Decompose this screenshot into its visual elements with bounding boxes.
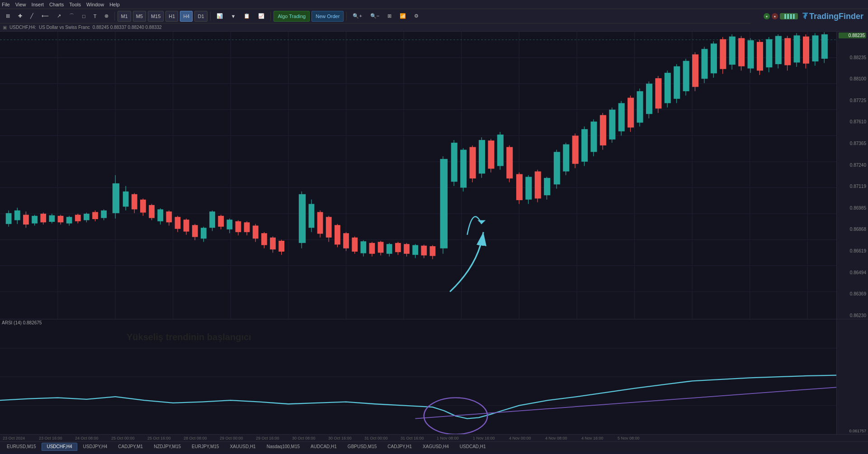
menu-item-file[interactable]: File	[2, 2, 10, 7]
tab-audcad-h1[interactable]: AUDCAD,H1	[306, 443, 342, 451]
svg-rect-183	[720, 39, 726, 69]
tab-gbpusd-m15[interactable]: GBPUSD,M15	[343, 443, 382, 451]
svg-rect-137	[506, 147, 513, 178]
timeframe-m15[interactable]: M15	[148, 11, 164, 22]
time-label-11: 31 Oct 16:00	[401, 436, 437, 440]
svg-rect-93	[309, 204, 315, 228]
price-level-8: 0.86868	[839, 227, 866, 232]
zoom-out-button[interactable]: 🔍−	[367, 11, 382, 22]
time-label-1: 23 Oct 16:00	[39, 436, 75, 440]
timeframe-m1[interactable]: M1	[118, 11, 131, 22]
menu-item-charts[interactable]: Charts	[49, 2, 64, 7]
svg-rect-171	[665, 73, 671, 103]
chart-description: US Dollar vs Swiss Franc	[39, 25, 90, 30]
line-button[interactable]: ⟵	[38, 11, 52, 22]
menu-bar: File View Insert Charts Tools Window Hel…	[0, 0, 868, 9]
fibonacci-button[interactable]: ⊗	[101, 11, 112, 22]
svg-rect-177	[692, 54, 698, 87]
arrow-button[interactable]: ↗	[54, 11, 64, 22]
tab-usdcad-h1[interactable]: USDCAD,H1	[455, 443, 491, 451]
time-label-2: 24 Oct 08:00	[75, 436, 111, 440]
menu-item-help[interactable]: Help	[109, 2, 120, 7]
svg-rect-43	[75, 215, 81, 221]
tab-cadjpy-m1[interactable]: CADJPY,M1	[113, 443, 148, 451]
tab-xagusd-h4[interactable]: XAGUSD,H4	[418, 443, 454, 451]
tab-nzdjpy-m15[interactable]: NZDJPY,M15	[149, 443, 186, 451]
svg-rect-163	[627, 98, 634, 127]
text-button[interactable]: T	[90, 11, 100, 22]
grid-button[interactable]: ⊞	[384, 11, 395, 22]
svg-rect-165	[637, 91, 643, 123]
bottom-tabs: EURUSD,M15 USDCHF,H4 USDJPY,H4 CADJPY,M1…	[0, 441, 868, 451]
time-label-9: 30 Oct 16:00	[328, 436, 364, 440]
svg-rect-185	[729, 37, 736, 65]
time-label-15: 4 Nov 08:00	[545, 436, 581, 440]
status-icons: ● ● ▐▐▐▐	[764, 13, 798, 19]
algo-trading-button[interactable]: Algo Trading	[274, 11, 310, 22]
price-level-5: 0.87240	[839, 163, 866, 168]
chart-info-bar: ▣ USDCHF,H4: US Dollar vs Swiss Franc 0.…	[0, 23, 868, 32]
new-chart-button[interactable]: ⊞	[3, 11, 13, 22]
menu-item-window[interactable]: Window	[86, 2, 104, 7]
logo: ₮ TradingFinder	[802, 11, 863, 21]
price-chart[interactable]: 0.88235 0.88235 0.88100 0.87725 0.87610 …	[0, 32, 868, 319]
tab-eurusd-m15[interactable]: EURUSD,M15	[2, 443, 41, 451]
svg-rect-39	[58, 216, 64, 222]
svg-rect-37	[49, 215, 55, 222]
menu-item-tools[interactable]: Tools	[69, 2, 81, 7]
curve-button[interactable]: ⌒	[66, 11, 77, 22]
svg-rect-95	[317, 212, 323, 234]
price-level-6: 0.87119	[839, 184, 866, 189]
price-level-12: 0.86230	[839, 313, 866, 318]
svg-rect-161	[618, 103, 625, 131]
timeframe-d1[interactable]: D1	[194, 11, 207, 22]
time-label-10: 31 Oct 00:00	[364, 436, 401, 440]
svg-rect-103	[352, 238, 358, 252]
menu-item-view[interactable]: View	[15, 2, 26, 7]
shape-button[interactable]: □	[79, 11, 89, 22]
price-level-11: 0.86369	[839, 291, 866, 296]
tab-cadjpy-h1[interactable]: CADJPY,H1	[382, 443, 417, 451]
chart-container: 0.88235 0.88235 0.88100 0.87725 0.87610 …	[0, 32, 868, 434]
svg-rect-173	[674, 66, 680, 99]
draw-button[interactable]: ╱	[27, 11, 37, 22]
svg-rect-91	[299, 194, 306, 243]
svg-rect-83	[253, 225, 259, 239]
svg-rect-115	[404, 244, 410, 254]
svg-rect-99	[335, 225, 340, 244]
tab-eurjpy-m15[interactable]: EURJPY,M15	[187, 443, 224, 451]
cross-button[interactable]: ✚	[15, 11, 25, 22]
svg-rect-199	[794, 35, 800, 62]
tab-usdjpy-h4[interactable]: USDJPY,H4	[78, 443, 113, 451]
timeframe-m5[interactable]: M5	[133, 11, 146, 22]
svg-rect-201	[803, 37, 809, 64]
new-order-button[interactable]: New Order	[311, 11, 344, 22]
chart-style-button[interactable]: ▼	[228, 11, 239, 22]
timeframe-h4[interactable]: H4	[180, 11, 193, 22]
svg-rect-121	[430, 246, 436, 256]
svg-rect-55	[132, 194, 137, 210]
tab-usdchf-h4[interactable]: USDCHF,H4	[42, 443, 77, 451]
svg-rect-119	[421, 246, 427, 256]
tab-xauusd-h1[interactable]: XAUUSD,H1	[225, 443, 260, 451]
properties-button[interactable]: ⚙	[411, 11, 422, 22]
volume-button[interactable]: 📶	[396, 11, 409, 22]
template-button[interactable]: 📋	[241, 11, 253, 22]
svg-rect-205	[821, 34, 828, 59]
svg-rect-79	[236, 221, 241, 232]
svg-rect-61	[157, 209, 163, 221]
candlestick-svg	[0, 32, 836, 319]
zoom-in-button[interactable]: 🔍+	[349, 11, 365, 22]
time-label-4: 25 Oct 16:00	[147, 436, 184, 440]
indicator-chart[interactable]: ARSI (14) 0.882675 Yükseliş trendinin ba…	[0, 319, 868, 434]
tab-nasdaq100-m15[interactable]: Nasdaq100,M15	[262, 443, 305, 451]
svg-rect-187	[738, 38, 745, 66]
chart-type-button[interactable]: 📊	[213, 11, 226, 22]
menu-item-insert[interactable]: Insert	[31, 2, 44, 7]
price-level-7: 0.86985	[839, 206, 866, 211]
svg-rect-133	[488, 140, 494, 168]
indicator-button[interactable]: 📈	[255, 11, 268, 22]
svg-rect-89	[278, 241, 284, 252]
timeframe-h1[interactable]: H1	[165, 11, 178, 22]
separator-2	[210, 12, 211, 21]
